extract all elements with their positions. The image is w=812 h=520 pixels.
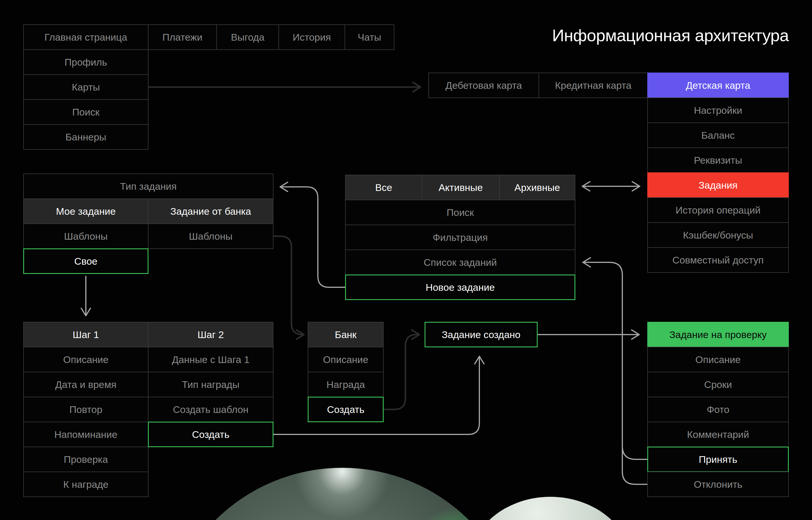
connector-newtask-to-tasktype [280,187,345,287]
bank-create-button[interactable]: Создать [308,397,384,422]
decline-button[interactable]: Отклонить [647,471,789,497]
step1-repeat: Повтор [23,397,148,422]
tasks-tab-all[interactable]: Все [345,175,422,200]
card-kids[interactable]: Детская карта [647,73,789,98]
bank-description: Описание [308,347,384,372]
step1-reminder: Напоминание [23,422,148,447]
task-type-header: Тип задания [23,174,274,199]
review-description: Описание [647,347,789,372]
review-deadlines: Сроки [647,372,789,397]
menu-item-cards[interactable]: Карты [23,74,148,100]
task-type-my[interactable]: Мое задание [23,199,148,224]
card-debit[interactable]: Дебетовая карта [428,73,539,98]
menu-item-search[interactable]: Поиск [23,99,148,125]
connector-decline-to-list [583,262,647,484]
accept-button[interactable]: Принять [647,447,789,472]
review-header: Задание на проверку [647,322,789,347]
step1-header: Шаг 1 [23,322,148,347]
step2-data-from-step1: Данные с Шага 1 [148,347,274,372]
step1-to-reward: К награде [23,471,148,497]
review-comment: Комментарий [647,422,789,447]
connector-bankcreate-to-created [384,335,419,410]
task-type-templates-bank[interactable]: Шаблоны [148,224,274,249]
tab-payments[interactable]: Платежи [148,24,217,50]
section-settings[interactable]: Настройки [647,98,789,123]
section-balance[interactable]: Баланс [647,123,789,148]
section-requisites[interactable]: Реквизиты [647,148,789,173]
tab-history[interactable]: История [278,24,345,50]
section-shared-access[interactable]: Совместный доступ [647,247,789,273]
review-photo: Фото [647,397,789,422]
step1-description: Описание [23,347,148,372]
section-cashback[interactable]: Кэшбек/бонусы [647,222,789,248]
tasks-list: Список заданий [345,250,576,275]
new-task-button[interactable]: Новое задание [345,275,576,300]
task-created-status: Задание создано [425,322,538,347]
task-type-own-button[interactable]: Свое [23,249,148,274]
step2-reward-type: Тип награды [148,372,274,397]
step1-check: Проверка [23,447,148,472]
connector-templates-to-bank [274,236,304,335]
tasks-tab-archive[interactable]: Архивные [499,175,576,200]
tasks-tab-active[interactable]: Активные [422,175,500,200]
tasks-filter[interactable]: Фильтрация [345,225,576,250]
main-menu-header: Главная страница [23,24,148,50]
tab-chats[interactable]: Чаты [344,24,394,50]
menu-item-profile[interactable]: Профиль [23,49,148,75]
task-type-templates-my[interactable]: Шаблоны [23,224,148,249]
section-tasks[interactable]: Задания [647,172,789,198]
step2-create-template[interactable]: Создать шаблон [148,397,274,422]
step2-header: Шаг 2 [148,322,274,347]
step1-date-time: Дата и время [23,372,148,397]
menu-item-banners[interactable]: Баннеры [23,124,148,150]
section-operations-history[interactable]: История операций [647,197,789,223]
information-architecture-canvas: Информационная архитектура [0,0,812,520]
tasks-search[interactable]: Поиск [345,200,576,225]
bank-header: Банк [308,322,384,347]
tab-benefit[interactable]: Выгода [216,24,279,50]
task-type-from-bank[interactable]: Задание от банка [148,199,274,224]
connector-accept-branch [622,434,647,459]
card-credit[interactable]: Кредитная карта [538,73,648,98]
bank-reward: Награда [308,372,384,397]
step2-create-button[interactable]: Создать [148,422,274,447]
